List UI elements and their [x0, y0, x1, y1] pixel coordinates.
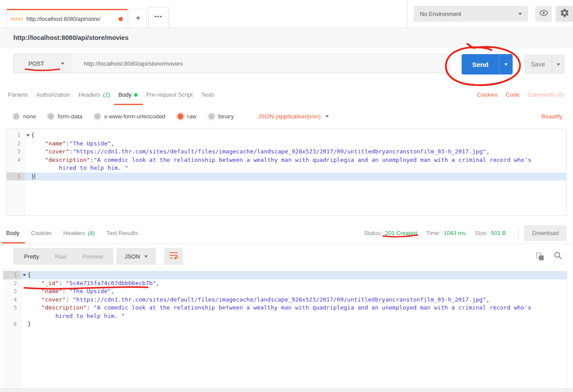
horizontal-scrollbar[interactable]: [0, 388, 573, 392]
response-toolbar: Pretty Raw Preview JSON: [0, 247, 573, 266]
response-tab-cookies[interactable]: Cookies: [31, 223, 52, 243]
code-line: 2 "_id": "5c4e715fa74c07dbbb6ecb7b",: [3, 279, 567, 288]
tab-body[interactable]: Body: [119, 84, 138, 105]
code-text: "name": "The Upside",: [28, 287, 567, 296]
fold-spacer: [24, 172, 31, 181]
send-button[interactable]: Send: [462, 54, 513, 74]
tab-headers[interactable]: Headers(2): [79, 84, 110, 105]
size-value: 501 B: [491, 230, 506, 236]
headers-count: (2): [103, 91, 110, 98]
tab-params[interactable]: Params: [8, 84, 28, 105]
save-options-button[interactable]: [552, 55, 565, 74]
fold-spacer: [24, 156, 31, 165]
send-options-button[interactable]: [499, 54, 513, 74]
radio-x-www-form-urlencoded[interactable]: x-www-form-urlencoded: [95, 113, 166, 120]
radio-icon: [178, 114, 183, 119]
code-line: 2 "name":"The Upside",: [7, 140, 566, 148]
radio-binary[interactable]: binary: [209, 113, 234, 120]
line-number: [3, 312, 21, 321]
new-tab-button[interactable]: +: [129, 9, 147, 27]
fold-toggle-icon[interactable]: [24, 131, 31, 140]
fold-spacer: [21, 296, 28, 304]
line-number: [7, 164, 24, 172]
tab-authorization[interactable]: Authorization: [36, 84, 70, 105]
tab-tests[interactable]: Tests: [201, 84, 214, 105]
response-body-editor[interactable]: 1{2 "_id": "5c4e715fa74c07dbbb6ecb7b",3 …: [3, 268, 567, 391]
meta-divider: [518, 227, 518, 240]
environment-quicklook-button[interactable]: [535, 6, 552, 22]
code-text: "_id": "5c4e715fa74c07dbbb6ecb7b",: [28, 279, 567, 288]
fold-spacer: [24, 140, 31, 148]
request-title-row: http://localhost:8080/api/store/movies: [0, 28, 573, 48]
tab-strip: POST http://localhost:8080/api/store/ + …: [6, 7, 169, 27]
line-number: 2: [3, 279, 21, 288]
chevron-down-icon: [325, 115, 329, 118]
radio-icon: [13, 114, 19, 119]
copy-response-button[interactable]: [536, 253, 544, 260]
response-tab-test-results[interactable]: Test Results: [107, 223, 138, 243]
settings-button[interactable]: [556, 6, 573, 22]
request-body-editor[interactable]: 1{2 "name":"The Upside",3 "cover":"https…: [6, 129, 567, 216]
line-number: 3: [7, 148, 24, 156]
code-line: 4 "description":"A comedic look at the r…: [7, 156, 566, 165]
more-tabs-button[interactable]: •••: [148, 7, 169, 27]
radio-raw[interactable]: raw: [178, 113, 197, 120]
code-line: hired to help him. ": [7, 164, 566, 172]
search-icon: [553, 254, 562, 261]
time-value: 1043 ms: [443, 230, 466, 236]
line-number: 1: [3, 271, 21, 279]
response-tabs-bar: Body Cookies Headers(4) Test Results Sta…: [0, 223, 573, 244]
save-label: Save: [524, 55, 552, 74]
code-line: hired to help him. ": [3, 312, 567, 321]
code-line: 4 "cover": "https://cdn1.thr.com/sites/d…: [3, 296, 567, 304]
line-number: 4: [7, 156, 24, 165]
code-text: }: [28, 320, 567, 329]
code-line: 1{: [7, 131, 566, 140]
code-line: 5 "description": "A comedic look at the …: [3, 304, 567, 312]
wrap-lines-button[interactable]: [164, 248, 183, 265]
beautify-link[interactable]: Beautify: [541, 113, 562, 120]
url-input[interactable]: [71, 54, 450, 73]
code-text: hired to help him. ": [28, 312, 567, 321]
view-raw[interactable]: Raw: [47, 253, 75, 260]
code-text: "description": "A comedic look at the re…: [28, 304, 567, 312]
line-number: 1: [7, 131, 24, 140]
environment-select[interactable]: No Environment: [414, 6, 528, 22]
chevron-down-icon: [557, 63, 560, 66]
radio-form-data[interactable]: form-data: [48, 113, 83, 120]
radio-icon: [95, 114, 100, 119]
search-response-button[interactable]: [553, 251, 562, 262]
unsaved-changes-dot: [119, 17, 123, 21]
content-type-select[interactable]: JSON (application/json): [258, 113, 329, 120]
view-pretty[interactable]: Pretty: [16, 253, 47, 260]
line-number: 2: [7, 140, 24, 148]
body-has-content-dot: [134, 93, 138, 97]
body-type-row: none form-data x-www-form-urlencoded raw…: [0, 105, 573, 127]
download-button[interactable]: Download: [524, 225, 567, 241]
fold-spacer: [21, 320, 28, 329]
request-tabs-bar: Params Authorization Headers(2) Body Pre…: [0, 84, 573, 106]
line-number: 3: [3, 287, 21, 296]
request-tab[interactable]: POST http://localhost:8080/api/store/: [6, 9, 128, 27]
cookies-link[interactable]: Cookies: [477, 91, 498, 98]
radio-none[interactable]: none: [13, 113, 36, 120]
chevron-down-icon: [144, 255, 148, 258]
text-cursor: [35, 173, 35, 179]
save-button[interactable]: Save: [524, 55, 565, 74]
method-select[interactable]: POST: [13, 54, 72, 73]
comments-link[interactable]: Comments (0): [528, 91, 564, 98]
code-line: 3 "cover":"https://cdn1.thr.com/sites/de…: [7, 148, 566, 156]
code-text: }: [31, 172, 566, 181]
response-tab-body[interactable]: Body: [6, 223, 20, 243]
code-text: {: [31, 131, 566, 140]
response-tab-headers[interactable]: Headers(4): [63, 223, 95, 243]
fold-spacer: [21, 287, 28, 296]
tab-pre-request-script[interactable]: Pre-request Script: [146, 84, 193, 105]
response-format-select[interactable]: JSON: [116, 248, 156, 265]
time-label: Time:: [426, 230, 440, 236]
tab-url-label: http://localhost:8080/api/store/: [26, 16, 115, 22]
code-link[interactable]: Code: [506, 91, 520, 98]
fold-toggle-icon[interactable]: [21, 271, 28, 279]
view-preview[interactable]: Preview: [75, 253, 111, 260]
line-number: 6: [3, 320, 21, 329]
